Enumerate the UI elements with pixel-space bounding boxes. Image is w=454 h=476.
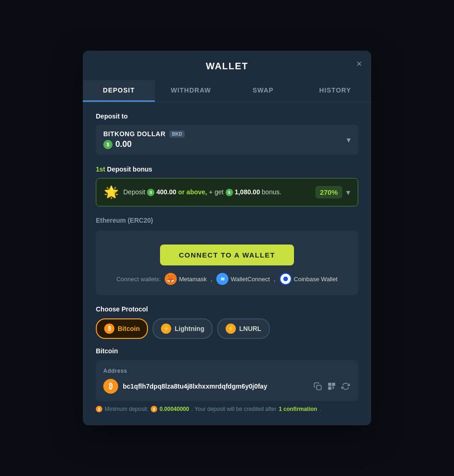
min-deposit-label: Minimum deposit: (105, 406, 148, 412)
refresh-address-button[interactable] (340, 381, 351, 391)
coinbase-dot (283, 277, 288, 281)
bonus-section-label: 1st Deposit bonus (96, 165, 358, 173)
qr-code-button[interactable] (327, 381, 337, 391)
tab-deposit[interactable]: DEPOSIT (83, 80, 155, 102)
protocol-lightning-button[interactable]: ⚡ Lightning (153, 318, 213, 339)
metamask-label: Metamask (179, 276, 207, 283)
walletconnect-item[interactable]: ≋ WalletConnect (216, 273, 270, 285)
tabs-container: DEPOSIT WITHDRAW SWAP HISTORY (83, 80, 371, 102)
metamask-icon: 🦊 (165, 273, 177, 285)
deposit-to-left: BITKONG DOLLAR BKD $ 0.00 (103, 130, 185, 149)
bonus-coin-icon: $ (147, 189, 154, 196)
svg-rect-5 (333, 384, 334, 385)
deposit-to-selector[interactable]: BITKONG DOLLAR BKD $ 0.00 ▾ (96, 125, 358, 155)
bonus-text: Deposit $ 400.00 or above, + get $ 1,080… (123, 188, 281, 196)
connect-wallets-label: Connect wallets: (116, 276, 160, 283)
modal-title: WALLET (206, 61, 248, 72)
modal-body: Deposit to BITKONG DOLLAR BKD $ 0.00 ▾ 1… (83, 102, 371, 425)
metamask-wallet-item[interactable]: 🦊 Metamask (165, 273, 207, 285)
bonus-content: 🌟 Deposit $ 400.00 or above, + get $ 1,0… (104, 185, 315, 199)
bkd-coin-icon: $ (103, 140, 113, 149)
address-actions (313, 381, 351, 391)
modal-header: WALLET × (83, 51, 371, 72)
protocol-lnurl-button[interactable]: ⚡ LNURL (217, 318, 269, 339)
address-label: Address (103, 368, 351, 374)
bonus-right: 270% ▾ (315, 186, 350, 198)
walletconnect-icon: ≋ (216, 273, 228, 285)
wallet-modal: WALLET × DEPOSIT WITHDRAW SWAP HISTORY D… (83, 51, 371, 425)
min-deposit-amount-icon: ₿ (151, 406, 157, 412)
walletconnect-label: WalletConnect (231, 276, 270, 283)
bonus-percent: 270% (315, 186, 342, 198)
network-label: Ethereum (ERC20) (96, 217, 358, 224)
overlay: WALLET × DEPOSIT WITHDRAW SWAP HISTORY D… (0, 0, 454, 476)
min-deposit-btc-icon: ₿ (96, 406, 102, 412)
address-row: ₿ bc1qflh7dpq8lza8tu4j8lxhxxmrdqfdgm6y0j… (103, 379, 351, 394)
tab-history[interactable]: HISTORY (299, 80, 371, 102)
currency-name: BITKONG DOLLAR (103, 130, 166, 138)
currency-row: BITKONG DOLLAR BKD (103, 130, 185, 138)
separator-1: , (211, 275, 213, 283)
choose-protocol-label: Choose Protocol (96, 305, 358, 313)
tab-withdraw[interactable]: WITHDRAW (155, 80, 227, 102)
connect-wallets-row: Connect wallets: 🦊 Metamask , ≋ WalletCo… (105, 273, 349, 285)
close-button[interactable]: × (356, 59, 362, 68)
lnurl-protocol-icon: ⚡ (226, 324, 236, 334)
currency-badge: BKD (169, 131, 185, 138)
bonus-icon: 🌟 (104, 185, 119, 199)
svg-rect-4 (329, 384, 330, 385)
bonus-chevron-icon: ▾ (346, 187, 350, 198)
protocol-buttons: ₿ Bitcoin ⚡ Lightning ⚡ LNURL (96, 318, 358, 339)
connect-wallet-button[interactable]: CONNECT TO A WALLET (160, 245, 294, 265)
confirmation-count: 1 confirmation (279, 406, 317, 412)
min-deposit-text: ₿ Minimum deposit: ₿ 0.00040000 . Your d… (96, 406, 358, 412)
coinbase-label: Coinbase Wallet (294, 276, 338, 283)
address-box: Address ₿ bc1qflh7dpq8lza8tu4j8lxhxxmrdq… (96, 360, 358, 401)
copy-address-button[interactable] (313, 381, 323, 391)
separator-2: , (274, 275, 275, 283)
min-deposit-suffix: . Your deposit will be credited after (191, 406, 276, 412)
bitcoin-section-label: Bitcoin (96, 347, 358, 355)
lightning-protocol-icon: ⚡ (161, 324, 171, 334)
min-deposit-amount: 0.00040000 (160, 406, 189, 412)
address-string: bc1qflh7dpq8lza8tu4j8lxhxxmrdqfdgm6y0j0f… (123, 383, 308, 390)
deposit-to-label: Deposit to (96, 112, 358, 120)
bitcoin-protocol-icon: ₿ (104, 324, 114, 334)
svg-rect-6 (329, 388, 330, 389)
svg-rect-0 (317, 385, 321, 390)
bonus-get-coin-icon: $ (226, 189, 233, 196)
bonus-box[interactable]: 🌟 Deposit $ 400.00 or above, + get $ 1,0… (96, 178, 358, 206)
chevron-down-icon: ▾ (347, 135, 351, 145)
btc-address-icon: ₿ (103, 379, 118, 394)
currency-amount: $ 0.00 (103, 139, 185, 149)
coinbase-item[interactable]: Coinbase Wallet (280, 273, 338, 285)
coinbase-icon (280, 273, 292, 285)
tab-swap[interactable]: SWAP (227, 80, 299, 102)
protocol-bitcoin-button[interactable]: ₿ Bitcoin (96, 318, 148, 339)
connect-wallet-area: CONNECT TO A WALLET Connect wallets: 🦊 M… (96, 231, 358, 295)
